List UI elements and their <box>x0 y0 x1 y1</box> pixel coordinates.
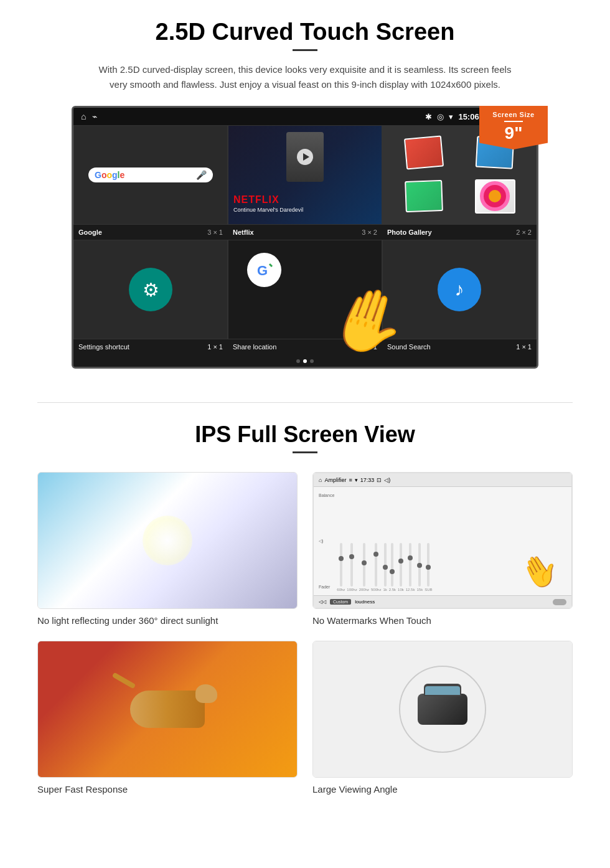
eq-bar-sub: SUB <box>425 543 432 592</box>
share-app-name: Share location <box>233 343 276 351</box>
settings-app-name: Settings shortcut <box>78 343 129 351</box>
google-label: Google 3 × 1 <box>73 229 228 236</box>
flower-center <box>489 190 501 202</box>
sunlight-glow <box>143 516 192 565</box>
car-body <box>418 694 467 725</box>
sound-app-size: 1 × 1 <box>516 343 532 351</box>
settings-app-cell[interactable]: ⚙ <box>73 240 228 339</box>
netflix-figure <box>286 132 324 182</box>
amp-back-icon: ◁◁ <box>319 599 326 605</box>
cheetah-tail <box>112 672 136 689</box>
google-mic-icon[interactable]: 🎤 <box>196 170 207 180</box>
amp-home-icon: ⌂ <box>319 477 322 483</box>
status-bar: ⌂ ⌁ ✱ ◎ ▾ 15:06 ⊡ ◁) ⊠ ▭ <box>73 108 537 125</box>
maps-icon: G <box>247 253 281 287</box>
app-grid-row1: Google 🎤 NETFLIX Continue Marvel's Dared… <box>73 125 537 225</box>
amp-body: Balance ◁) Fader 60hz 100hz <box>314 487 571 595</box>
settings-icon-circle: ⚙ <box>129 268 172 311</box>
share-location-cell[interactable]: G 🤚 <box>228 240 382 339</box>
feature-cheetah: Super Fast Response <box>37 641 298 795</box>
eq-slider-3[interactable] <box>363 543 365 587</box>
eq-slider-4[interactable] <box>375 543 377 587</box>
amp-loudness-label: loudness <box>355 599 375 605</box>
section1-subtitle: With 2.5D curved-display screen, this de… <box>93 62 517 92</box>
eq-slider-2[interactable] <box>350 543 353 587</box>
car-circle <box>399 666 486 753</box>
badge-title: Screen Size <box>483 111 544 118</box>
netflix-app-cell[interactable]: NETFLIX Continue Marvel's Daredevil <box>228 125 382 225</box>
cheetah-head <box>195 684 217 703</box>
amp-title: Amplifier <box>324 477 346 483</box>
netflix-app-size: 3 × 2 <box>362 229 377 236</box>
curved-touch-screen-section: 2.5D Curved Touch Screen With 2.5D curve… <box>0 0 610 384</box>
gallery-thumb-1 <box>404 135 444 169</box>
cheetah-label: Super Fast Response <box>37 784 298 795</box>
feature-amplifier: ⌂ Amplifier ≡ ▾ 17:33 ⊡ ◁) Balance ◁) Fa… <box>312 472 573 626</box>
status-bar-left: ⌂ ⌁ <box>81 111 97 121</box>
music-note-icon: ♪ <box>455 279 464 300</box>
car-visual <box>313 641 572 777</box>
eq-bar-200hz: 200hz <box>359 543 369 592</box>
eq-bar-500hz: 500hz <box>371 543 381 592</box>
gallery-label: Photo Gallery 2 × 2 <box>382 229 537 236</box>
eq-slider-1[interactable] <box>340 543 342 587</box>
amp-time: 17:33 <box>360 477 375 483</box>
eq-slider-6[interactable] <box>391 543 393 587</box>
cheetah-visual <box>38 641 297 777</box>
eq-slider-9[interactable] <box>418 543 421 587</box>
feature-grid: No light reflecting under 360° direct su… <box>37 472 573 795</box>
netflix-label: Netflix 3 × 2 <box>228 229 382 236</box>
custom-button[interactable]: Custom <box>330 599 351 605</box>
netflix-logo: NETFLIX <box>233 194 279 205</box>
dot-2 <box>303 359 307 363</box>
settings-app-size: 1 × 1 <box>207 343 223 351</box>
eq-slider-10[interactable] <box>427 543 429 587</box>
section2-title: IPS Full Screen View <box>37 422 573 448</box>
android-screen: ⌂ ⌁ ✱ ◎ ▾ 15:06 ⊡ ◁) ⊠ ▭ <box>72 106 538 369</box>
car-windshield <box>425 686 460 695</box>
gallery-app-name: Photo Gallery <box>387 229 432 236</box>
eq-slider-7[interactable] <box>400 543 402 587</box>
amplifier-visual: ⌂ Amplifier ≡ ▾ 17:33 ⊡ ◁) Balance ◁) Fa… <box>313 473 572 608</box>
app-labels-row2: Settings shortcut 1 × 1 Share location 1… <box>73 339 537 356</box>
amp-fader-label: Fader <box>319 585 334 589</box>
eq-bar-12.5k: 12.5k <box>406 543 415 592</box>
gallery-app-size: 2 × 2 <box>516 229 532 236</box>
status-time: 15:06 <box>458 112 479 121</box>
sound-label: Sound Search 1 × 1 <box>382 343 537 351</box>
loudness-toggle[interactable] <box>553 599 566 605</box>
google-app-name: Google <box>78 229 102 236</box>
netflix-play-button[interactable] <box>297 149 313 165</box>
screen-size-badge: Screen Size 9" <box>479 106 548 149</box>
car-label: Large Viewing Angle <box>312 784 573 795</box>
svg-text:G: G <box>257 263 268 278</box>
wifi-icon: ▾ <box>449 112 453 121</box>
gear-icon: ⚙ <box>143 279 159 301</box>
eq-bar-1k: 1k <box>383 543 387 592</box>
netflix-app-name: Netflix <box>233 229 254 236</box>
page-dots <box>73 356 537 367</box>
ips-section: IPS Full Screen View No light reflecting… <box>0 422 610 813</box>
usb-icon: ⌁ <box>92 111 97 121</box>
amp-menu-icon: ≡ <box>349 477 352 483</box>
sunlight-label: No light reflecting under 360° direct su… <box>37 615 298 626</box>
amp-vol-label: ◁) <box>319 539 334 544</box>
feature-sunlight: No light reflecting under 360° direct su… <box>37 472 298 626</box>
app-labels-row1: Google 3 × 1 Netflix 3 × 2 Photo Gallery… <box>73 225 537 240</box>
feature-car: Large Viewing Angle <box>312 641 573 795</box>
app-grid-row2: ⚙ G 🤚 <box>73 240 537 339</box>
eq-bar-10k: 10k <box>398 543 404 592</box>
google-search-bar[interactable]: Google 🎤 <box>88 167 213 182</box>
amp-vol-icon: ◁) <box>384 477 390 483</box>
eq-bar-2.5k: 2.5k <box>389 543 396 592</box>
google-app-cell[interactable]: Google 🎤 <box>73 125 228 225</box>
sunlight-image <box>37 472 298 609</box>
badge-size: 9" <box>483 125 544 142</box>
eq-slider-8[interactable] <box>409 543 411 587</box>
home-icon[interactable]: ⌂ <box>81 111 86 121</box>
cheetah-body <box>130 691 205 728</box>
amplifier-image: ⌂ Amplifier ≡ ▾ 17:33 ⊡ ◁) Balance ◁) Fa… <box>312 472 573 609</box>
eq-slider-5[interactable] <box>384 543 387 587</box>
car-image <box>312 641 573 778</box>
eq-bar-100hz: 100hz <box>347 543 357 592</box>
